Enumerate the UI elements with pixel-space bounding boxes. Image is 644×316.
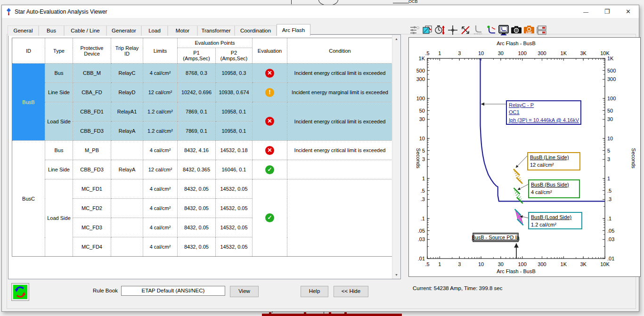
scroll-down-icon[interactable]: ▼ — [392, 271, 400, 279]
limit-cell[interactable]: 4 cal/cm² — [143, 218, 178, 237]
evaluation-cell[interactable]: ✕ — [253, 102, 287, 141]
plot-edit-icon[interactable] — [421, 24, 433, 36]
rule-book-field[interactable]: ETAP Default (ANSI/NEC) — [121, 286, 225, 296]
relay-cell[interactable] — [111, 218, 143, 237]
evaluation-cell[interactable]: ! — [253, 83, 287, 102]
p2-cell[interactable]: 10958, 0.3 — [216, 64, 253, 83]
zoom-arrows-icon[interactable] — [459, 24, 471, 36]
p2-cell[interactable]: 10958, 0.1 — [216, 122, 253, 141]
relay-cell[interactable]: RelayA — [111, 122, 143, 141]
relay-cell[interactable] — [111, 237, 143, 257]
device-cell[interactable]: MC_FD3 — [73, 218, 111, 237]
relay-cell[interactable]: RelayD — [111, 83, 143, 102]
plot-display-icon[interactable] — [497, 24, 509, 36]
curve-point-icon[interactable] — [485, 24, 497, 36]
title-bar[interactable]: Star Auto-Evaluation Analysis Viewer — ❐… — [2, 5, 639, 18]
type-cell[interactable]: Line Side — [45, 160, 73, 179]
annotation-relayc[interactable]: RelayC - POC1Iph (3P) = 10.446kA @ 4.16k… — [506, 101, 581, 124]
time-axis-icon[interactable] — [434, 24, 446, 36]
view-button[interactable]: View — [230, 286, 259, 297]
emf-export-icon[interactable]: EMF — [523, 24, 535, 36]
evaluation-cell[interactable]: ✓ — [253, 160, 287, 179]
p1-cell[interactable]: 8432, 0.05 — [178, 237, 216, 257]
table-row[interactable]: Load Side CBB_FD1 RelayA1 1.2 cal/cm² 78… — [12, 102, 393, 122]
relay-cell[interactable]: RelayA — [111, 160, 143, 179]
table-row[interactable]: Line Side CBA_FD RelayD 12 cal/cm² 10242… — [12, 83, 393, 102]
tab-arc-flash[interactable]: Arc Flash — [277, 24, 310, 36]
limit-cell[interactable]: 4 cal/cm² — [143, 179, 178, 199]
table-row[interactable]: Line Side CBB_FD3 RelayA 12 cal/cm² 8432… — [12, 160, 393, 179]
scroll-up-icon[interactable]: ▲ — [392, 35, 400, 43]
tab-load[interactable]: Load — [141, 25, 168, 36]
device-cell[interactable]: CBA_FD — [73, 83, 111, 102]
type-cell[interactable]: Line Side — [45, 83, 73, 102]
table-row[interactable]: BusB Bus CBB_M RelayC 4 cal/cm² 8768, 0.… — [12, 64, 393, 83]
p2-cell[interactable]: 14532, 0.05 — [216, 218, 253, 237]
relay-cell[interactable] — [111, 199, 143, 218]
crosshair-icon[interactable] — [447, 24, 458, 36]
condition-cell[interactable]: Incident energy critical limit is exceed… — [287, 102, 393, 141]
refresh-button[interactable] — [11, 283, 29, 301]
close-button[interactable]: ✕ — [618, 5, 639, 18]
type-cell[interactable]: Load Side — [45, 102, 73, 141]
minimize-button[interactable]: — — [575, 5, 596, 18]
limit-cell[interactable]: 1.2 cal/cm² — [143, 102, 178, 122]
tab-transformer[interactable]: Transformer — [197, 25, 235, 36]
type-cell[interactable]: Load Side — [45, 179, 73, 257]
device-cell[interactable]: MC_FD4 — [73, 237, 111, 257]
type-cell[interactable]: Bus — [45, 64, 73, 83]
device-cell[interactable]: CBB_FD1 — [73, 102, 111, 122]
condition-cell[interactable]: Incident energy marginal limit is exceed… — [287, 83, 393, 102]
limit-cell[interactable]: 4 cal/cm² — [143, 64, 178, 83]
relay-cell[interactable]: RelayC — [111, 64, 143, 83]
tab-generator[interactable]: Generator — [106, 25, 141, 36]
p2-cell[interactable]: 10958, 0.1 — [216, 102, 253, 122]
device-cell[interactable]: MC_FD1 — [73, 179, 111, 199]
p2-cell[interactable]: 10938, 0.674 — [216, 83, 253, 102]
p1-cell[interactable]: 10242, 0.696 — [178, 83, 216, 102]
p1-cell[interactable]: 8432, 0.05 — [178, 199, 216, 218]
tab-bus[interactable]: Bus — [39, 25, 64, 36]
evaluation-cell[interactable]: ✕ — [253, 64, 287, 83]
p1-cell[interactable]: 8768, 0.3 — [178, 64, 216, 83]
report-list-icon[interactable] — [536, 24, 547, 36]
p2-cell[interactable]: 14532, 0.05 — [216, 237, 253, 257]
relay-cell[interactable] — [111, 141, 143, 160]
limit-cell[interactable]: 1.2 cal/cm² — [143, 122, 178, 141]
condition-cell[interactable] — [287, 179, 393, 257]
annotation-source_pd[interactable]: BusB - Source PD Ia — [472, 233, 520, 242]
relay-cell[interactable]: RelayA1 — [111, 102, 143, 122]
annotation-bus_side[interactable]: BusB (Bus Side)4 cal/cm² — [529, 180, 579, 198]
limit-cell[interactable]: 4 cal/cm² — [143, 237, 178, 257]
evaluation-cell[interactable]: ✓ — [253, 179, 287, 257]
relay-cell[interactable] — [111, 179, 143, 199]
p1-cell[interactable]: 8432, 0.05 — [178, 218, 216, 237]
tab-general[interactable]: General — [8, 25, 39, 36]
table-row[interactable]: Load Side MC_FD1 4 cal/cm² 8432, 0.05 14… — [12, 179, 393, 199]
device-cell[interactable]: M_PB — [73, 141, 111, 160]
tab-motor[interactable]: Motor — [168, 25, 197, 36]
p1-cell[interactable]: 7869, 0.1 — [178, 122, 216, 141]
device-cell[interactable]: MC_FD2 — [73, 199, 111, 218]
hide-button[interactable]: << Hide — [334, 286, 368, 297]
limit-cell[interactable]: 12 cal/cm² — [143, 160, 178, 179]
limit-cell[interactable]: 4 cal/cm² — [143, 141, 178, 160]
condition-cell[interactable] — [287, 160, 393, 179]
tab-coordination[interactable]: Coordination — [235, 25, 277, 36]
device-cell[interactable]: CBB_M — [73, 64, 111, 83]
table-scrollbar[interactable]: ▲ ▼ — [392, 35, 400, 279]
p1-cell[interactable]: 8432, 0.05 — [178, 179, 216, 199]
display-options-icon[interactable] — [408, 24, 420, 36]
condition-cell[interactable]: Incident energy critical limit is exceed… — [287, 141, 393, 160]
p2-cell[interactable]: 14532, 0.05 — [216, 179, 253, 199]
p2-cell[interactable]: 16046, 0.1 — [216, 160, 253, 179]
p1-cell[interactable]: 8432, 4.16 — [178, 141, 216, 160]
device-cell[interactable]: CBB_FD3 — [73, 160, 111, 179]
p2-cell[interactable]: 14532, 0.18 — [216, 141, 253, 160]
curve-icon[interactable] — [472, 24, 484, 36]
table-row[interactable]: BusC Bus M_PB 4 cal/cm² 8432, 4.16 14532… — [12, 141, 393, 160]
evaluation-cell[interactable]: ✕ — [253, 141, 287, 160]
condition-cell[interactable]: Incident energy critical limit is exceed… — [287, 64, 393, 83]
annotation-load_side[interactable]: BusB (Load Side)1.2 cal/cm² — [529, 212, 582, 229]
camera-icon[interactable] — [510, 24, 522, 36]
